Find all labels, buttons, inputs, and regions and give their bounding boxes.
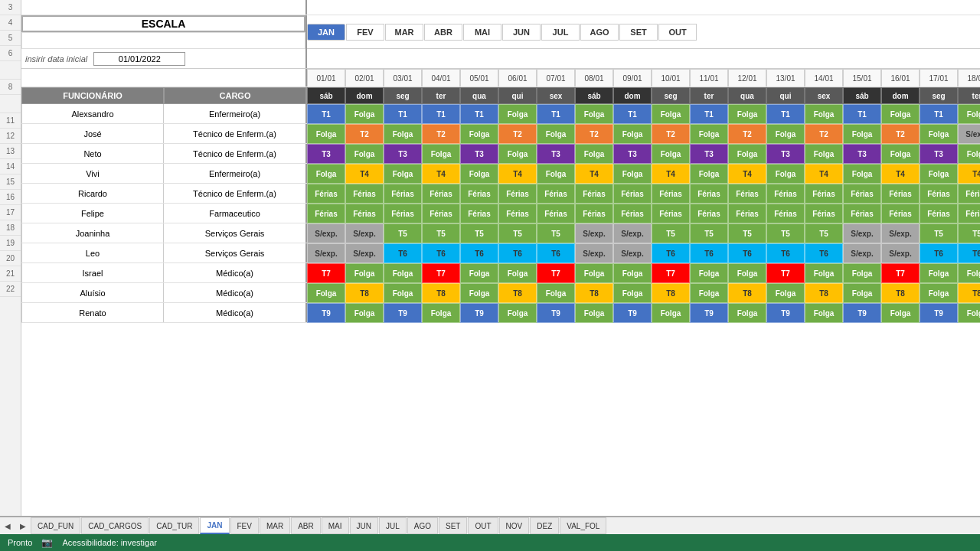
schedule-cell-21-17[interactable]: T8: [958, 283, 980, 303]
schedule-cell-12-3[interactable]: T1: [422, 104, 460, 124]
schedule-cell-13-10[interactable]: Folga: [690, 124, 728, 144]
schedule-cell-20-17[interactable]: Folga: [958, 263, 980, 283]
tab-CAD_TUR[interactable]: CAD_TUR: [149, 517, 199, 534]
schedule-cell-12-10[interactable]: T1: [690, 104, 728, 124]
schedule-cell-15-1[interactable]: T4: [345, 164, 384, 184]
schedule-cell-21-8[interactable]: Folga: [613, 283, 652, 303]
schedule-cell-22-14[interactable]: T9: [843, 303, 881, 323]
schedule-cell-15-7[interactable]: T4: [575, 164, 613, 184]
schedule-cell-21-14[interactable]: Folga: [843, 283, 881, 303]
schedule-cell-15-11[interactable]: T4: [728, 164, 766, 184]
schedule-cell-19-5[interactable]: T6: [498, 243, 537, 263]
schedule-cell-15-0[interactable]: Folga: [307, 164, 345, 184]
schedule-cell-19-12[interactable]: T6: [766, 243, 805, 263]
schedule-cell-20-14[interactable]: Folga: [843, 263, 881, 283]
schedule-cell-20-12[interactable]: T7: [766, 263, 805, 283]
schedule-cell-15-9[interactable]: T4: [652, 164, 690, 184]
schedule-cell-16-16[interactable]: Férias: [920, 184, 958, 204]
schedule-cell-16-15[interactable]: Férias: [881, 184, 920, 204]
schedule-cell-14-0[interactable]: T3: [307, 144, 345, 164]
schedule-cell-13-2[interactable]: Folga: [384, 124, 422, 144]
schedule-cell-20-9[interactable]: T7: [652, 263, 690, 283]
schedule-cell-14-2[interactable]: T3: [384, 144, 422, 164]
schedule-cell-18-7[interactable]: S/exp.: [575, 223, 613, 243]
schedule-cell-16-10[interactable]: Férias: [690, 184, 728, 204]
month-JAN[interactable]: JAN: [307, 24, 345, 41]
tab-nav-right[interactable]: ▶: [15, 522, 31, 530]
schedule-cell-19-3[interactable]: T6: [422, 243, 460, 263]
tab-NOV[interactable]: NOV: [499, 517, 530, 534]
schedule-cell-19-16[interactable]: T6: [920, 243, 958, 263]
schedule-cell-17-4[interactable]: Férias: [460, 204, 498, 223]
schedule-cell-16-13[interactable]: Férias: [805, 184, 843, 204]
schedule-cell-15-3[interactable]: T4: [422, 164, 460, 184]
schedule-cell-17-8[interactable]: Férias: [613, 204, 652, 223]
schedule-cell-13-5[interactable]: T2: [498, 124, 537, 144]
schedule-cell-19-10[interactable]: T6: [690, 243, 728, 263]
schedule-cell-15-6[interactable]: Folga: [537, 164, 575, 184]
schedule-cell-14-7[interactable]: Folga: [575, 144, 613, 164]
schedule-cell-16-9[interactable]: Férias: [652, 184, 690, 204]
schedule-cell-18-0[interactable]: S/exp.: [307, 223, 345, 243]
schedule-cell-22-5[interactable]: Folga: [498, 303, 537, 323]
schedule-cell-13-4[interactable]: Folga: [460, 124, 498, 144]
schedule-cell-12-12[interactable]: T1: [766, 104, 805, 124]
schedule-cell-20-15[interactable]: T7: [881, 263, 920, 283]
month-ABR[interactable]: ABR: [424, 24, 462, 41]
schedule-cell-17-10[interactable]: Férias: [690, 204, 728, 223]
schedule-cell-17-13[interactable]: Férias: [805, 204, 843, 223]
schedule-cell-16-7[interactable]: Férias: [575, 184, 613, 204]
schedule-cell-17-11[interactable]: Férias: [728, 204, 766, 223]
schedule-cell-19-8[interactable]: S/exp.: [613, 243, 652, 263]
schedule-cell-12-9[interactable]: Folga: [652, 104, 690, 124]
schedule-cell-12-8[interactable]: T1: [613, 104, 652, 124]
schedule-cell-22-12[interactable]: T9: [766, 303, 805, 323]
schedule-cell-21-6[interactable]: Folga: [537, 283, 575, 303]
schedule-cell-18-4[interactable]: T5: [460, 223, 498, 243]
schedule-cell-12-15[interactable]: Folga: [881, 104, 920, 124]
schedule-cell-14-16[interactable]: T3: [920, 144, 958, 164]
schedule-cell-14-14[interactable]: T3: [843, 144, 881, 164]
schedule-cell-18-15[interactable]: S/exp.: [881, 223, 920, 243]
schedule-cell-21-13[interactable]: T8: [805, 283, 843, 303]
schedule-cell-20-2[interactable]: Folga: [384, 263, 422, 283]
month-MAI[interactable]: MAI: [463, 24, 501, 41]
schedule-cell-19-0[interactable]: S/exp.: [307, 243, 345, 263]
tab-CAD_CARGOS[interactable]: CAD_CARGOS: [81, 517, 149, 534]
schedule-cell-13-13[interactable]: T2: [805, 124, 843, 144]
schedule-cell-12-1[interactable]: Folga: [345, 104, 384, 124]
schedule-cell-12-11[interactable]: Folga: [728, 104, 766, 124]
schedule-cell-17-3[interactable]: Férias: [422, 204, 460, 223]
schedule-cell-21-3[interactable]: T8: [422, 283, 460, 303]
schedule-cell-17-2[interactable]: Férias: [384, 204, 422, 223]
schedule-cell-16-14[interactable]: Férias: [843, 184, 881, 204]
month-FEV[interactable]: FEV: [346, 24, 384, 41]
month-SET[interactable]: SET: [619, 24, 658, 41]
schedule-cell-19-13[interactable]: T6: [805, 243, 843, 263]
schedule-cell-20-5[interactable]: Folga: [498, 263, 537, 283]
schedule-cell-17-5[interactable]: Férias: [498, 204, 537, 223]
schedule-cell-19-15[interactable]: S/exp.: [881, 243, 920, 263]
tab-DEZ[interactable]: DEZ: [530, 517, 559, 534]
schedule-cell-17-16[interactable]: Férias: [920, 204, 958, 223]
schedule-cell-15-17[interactable]: T4: [958, 164, 980, 184]
schedule-cell-13-12[interactable]: Folga: [766, 124, 805, 144]
schedule-cell-13-9[interactable]: T2: [652, 124, 690, 144]
schedule-cell-19-2[interactable]: T6: [384, 243, 422, 263]
schedule-cell-14-12[interactable]: T3: [766, 144, 805, 164]
schedule-cell-14-15[interactable]: Folga: [881, 144, 920, 164]
schedule-cell-21-7[interactable]: T8: [575, 283, 613, 303]
schedule-cell-22-8[interactable]: T9: [613, 303, 652, 323]
month-JUL[interactable]: JUL: [541, 24, 580, 41]
tab-JAN[interactable]: JAN: [200, 517, 229, 534]
schedule-cell-20-6[interactable]: T7: [537, 263, 575, 283]
schedule-cell-16-17[interactable]: Férias: [958, 184, 980, 204]
schedule-cell-13-7[interactable]: T2: [575, 124, 613, 144]
schedule-cell-22-3[interactable]: Folga: [422, 303, 460, 323]
tab-VAL_FOL[interactable]: VAL_FOL: [560, 517, 606, 534]
tab-ABR[interactable]: ABR: [291, 517, 321, 534]
schedule-cell-17-7[interactable]: Férias: [575, 204, 613, 223]
schedule-cell-15-5[interactable]: T4: [498, 164, 537, 184]
schedule-cell-12-17[interactable]: Folga: [958, 104, 980, 124]
schedule-cell-20-0[interactable]: T7: [307, 263, 345, 283]
